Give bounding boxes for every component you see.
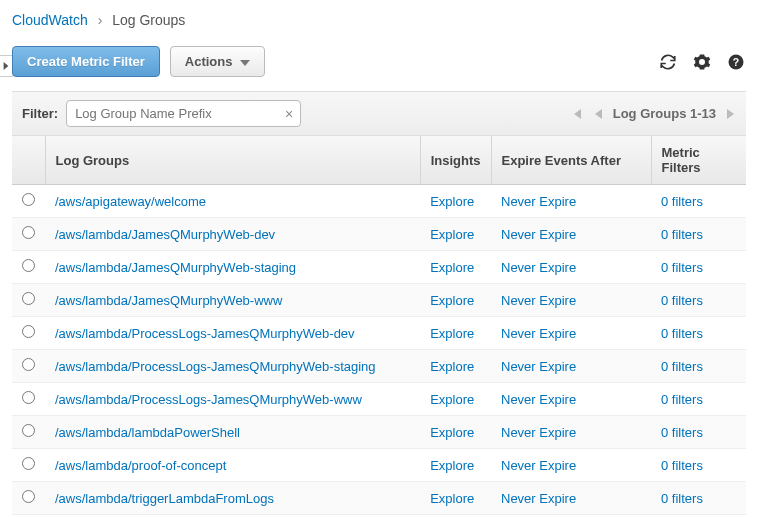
row-select-radio[interactable] [22,391,35,404]
table-row: /aws/lambda/JamesQMurphyWeb-stagingExplo… [12,251,746,284]
pager-first-icon[interactable] [569,107,583,121]
expire-link[interactable]: Never Expire [501,260,576,275]
create-metric-filter-button[interactable]: Create Metric Filter [12,46,160,77]
log-group-link[interactable]: /aws/lambda/proof-of-concept [55,458,226,473]
actions-button[interactable]: Actions [170,46,266,77]
table-row: /aws/lambda/JamesQMurphyWeb-devExploreNe… [12,218,746,251]
row-select-radio[interactable] [22,226,35,239]
pager-range-label: Log Groups 1-13 [613,106,716,121]
row-select-radio[interactable] [22,259,35,272]
pager-next-icon[interactable] [726,107,736,121]
filter-bar: Filter: × Log Groups 1-13 [12,91,746,136]
col-log-groups[interactable]: Log Groups [45,136,420,185]
clear-filter-icon[interactable]: × [285,106,293,122]
row-select-radio[interactable] [22,358,35,371]
explore-link[interactable]: Explore [430,194,474,209]
table-row: /aws/lambda/triggerLambdaFromLogsExplore… [12,482,746,515]
filters-link[interactable]: 0 filters [661,392,703,407]
expire-link[interactable]: Never Expire [501,392,576,407]
expire-link[interactable]: Never Expire [501,458,576,473]
explore-link[interactable]: Explore [430,359,474,374]
filters-link[interactable]: 0 filters [661,425,703,440]
row-select-radio[interactable] [22,457,35,470]
explore-link[interactable]: Explore [430,260,474,275]
explore-link[interactable]: Explore [430,491,474,506]
col-expire[interactable]: Expire Events After [491,136,651,185]
expire-link[interactable]: Never Expire [501,293,576,308]
log-group-link[interactable]: /aws/apigateway/welcome [55,194,206,209]
explore-link[interactable]: Explore [430,293,474,308]
log-group-link[interactable]: /aws/lambda/ProcessLogs-JamesQMurphyWeb-… [55,392,362,407]
filter-label: Filter: [22,106,58,121]
row-select-radio[interactable] [22,424,35,437]
filters-link[interactable]: 0 filters [661,260,703,275]
filters-link[interactable]: 0 filters [661,227,703,242]
table-row: /aws/lambda/ProcessLogs-JamesQMurphyWeb-… [12,383,746,416]
pager: Log Groups 1-13 [569,106,736,121]
row-select-radio[interactable] [22,490,35,503]
explore-link[interactable]: Explore [430,425,474,440]
table-row: /aws/lambda/ProcessLogs-JamesQMurphyWeb-… [12,350,746,383]
help-icon[interactable]: ? [726,52,746,72]
col-insights[interactable]: Insights [420,136,491,185]
breadcrumb: CloudWatch › Log Groups [12,10,746,28]
svg-text:?: ? [733,55,739,67]
row-select-radio[interactable] [22,292,35,305]
log-group-link[interactable]: /aws/lambda/JamesQMurphyWeb-staging [55,260,296,275]
log-group-link[interactable]: /aws/lambda/JamesQMurphyWeb-www [55,293,282,308]
chevron-down-icon [240,54,250,69]
filters-link[interactable]: 0 filters [661,326,703,341]
toolbar: Create Metric Filter Actions ? [12,46,746,77]
table-row: /aws/lambda/proof-of-conceptExploreNever… [12,449,746,482]
explore-link[interactable]: Explore [430,326,474,341]
filters-link[interactable]: 0 filters [661,293,703,308]
explore-link[interactable]: Explore [430,458,474,473]
log-groups-table: Log Groups Insights Expire Events After … [12,136,746,517]
table-row: /aws/lambda/JamesQMurphyWeb-wwwExploreNe… [12,284,746,317]
actions-button-label: Actions [185,54,233,69]
row-select-radio[interactable] [22,325,35,338]
table-row: /aws/lambda/lambdaPowerShellExploreNever… [12,416,746,449]
expire-link[interactable]: Never Expire [501,425,576,440]
refresh-icon[interactable] [658,52,678,72]
explore-link[interactable]: Explore [430,392,474,407]
explore-link[interactable]: Explore [430,227,474,242]
expire-link[interactable]: Never Expire [501,359,576,374]
breadcrumb-separator: › [98,12,103,28]
breadcrumb-service-link[interactable]: CloudWatch [12,12,88,28]
filters-link[interactable]: 0 filters [661,458,703,473]
gear-icon[interactable] [692,52,712,72]
filter-input[interactable] [66,100,301,127]
log-group-link[interactable]: /aws/lambda/lambdaPowerShell [55,425,240,440]
filters-link[interactable]: 0 filters [661,194,703,209]
filters-link[interactable]: 0 filters [661,359,703,374]
expire-link[interactable]: Never Expire [501,194,576,209]
col-metric-filters[interactable]: Metric Filters [651,136,746,185]
log-group-link[interactable]: /aws/lambda/JamesQMurphyWeb-dev [55,227,275,242]
log-group-link[interactable]: /aws/lambda/ProcessLogs-JamesQMurphyWeb-… [55,359,376,374]
log-group-link[interactable]: /aws/lambda/triggerLambdaFromLogs [55,491,274,506]
pager-prev-icon[interactable] [593,107,603,121]
table-row: /aws/lambda/ProcessLogs-JamesQMurphyWeb-… [12,317,746,350]
log-group-link[interactable]: /aws/lambda/ProcessLogs-JamesQMurphyWeb-… [55,326,355,341]
table-row: /aws/apigateway/welcomeExploreNever Expi… [12,185,746,218]
col-select [12,136,45,185]
filters-link[interactable]: 0 filters [661,491,703,506]
expire-link[interactable]: Never Expire [501,227,576,242]
expire-link[interactable]: Never Expire [501,491,576,506]
expire-link[interactable]: Never Expire [501,326,576,341]
breadcrumb-current: Log Groups [112,12,185,28]
row-select-radio[interactable] [22,193,35,206]
